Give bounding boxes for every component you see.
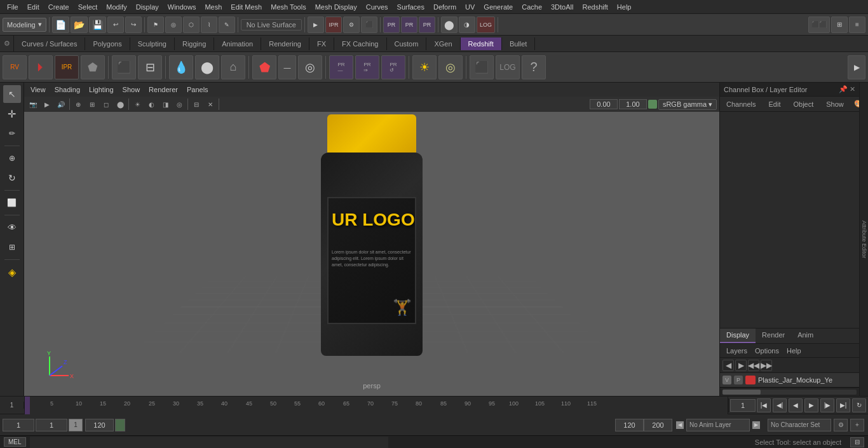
vp-wireframe-icon[interactable]: ⊟ bbox=[190, 98, 203, 110]
shelf-rs-help[interactable]: ? bbox=[522, 55, 546, 79]
menu-deform[interactable]: Deform bbox=[429, 2, 461, 12]
gamma-input[interactable] bbox=[619, 99, 647, 109]
max-frame-input[interactable] bbox=[644, 419, 672, 431]
render-sequence[interactable]: ⬛ bbox=[361, 17, 377, 33]
options-menu[interactable]: Options bbox=[752, 346, 782, 356]
vp-menu-view[interactable]: View bbox=[27, 85, 50, 95]
layer-back-btn[interactable]: ◀ bbox=[722, 360, 734, 371]
anim-layer-dropdown[interactable]: No Anim Layer bbox=[686, 419, 750, 431]
shelf-ipr[interactable]: IPR bbox=[55, 55, 79, 79]
script-mode-button[interactable]: MEL bbox=[4, 437, 26, 447]
skip-to-end-button[interactable]: ▶| bbox=[836, 398, 850, 412]
menu-surfaces[interactable]: Surfaces bbox=[393, 2, 429, 12]
anim-layer-arrow-left[interactable]: ◀ bbox=[676, 421, 684, 429]
current-frame-input[interactable] bbox=[730, 399, 756, 412]
vp-snap-icon[interactable]: ⊕ bbox=[72, 98, 85, 110]
current-frame-display[interactable] bbox=[36, 419, 67, 431]
tab-animation[interactable]: Animation bbox=[214, 37, 261, 50]
hscroll-thumb[interactable] bbox=[722, 390, 761, 395]
character-set-dropdown[interactable]: No Character Set bbox=[768, 419, 831, 431]
tab-fx[interactable]: FX bbox=[309, 37, 334, 50]
menu-select[interactable]: Select bbox=[74, 2, 102, 12]
layer-tab-anim[interactable]: Anim bbox=[791, 329, 820, 343]
tab-curves-surfaces[interactable]: Curves / Surfaces bbox=[14, 37, 85, 50]
menu-generate[interactable]: Generate bbox=[479, 2, 517, 12]
rotate-button[interactable]: ↻ bbox=[3, 169, 21, 187]
menu-redshift[interactable]: Redshift bbox=[578, 2, 612, 12]
character-set-settings[interactable]: ⚙ bbox=[834, 419, 848, 431]
rs-icon2[interactable]: ◑ bbox=[459, 17, 475, 33]
vp-x-icon[interactable]: ✕ bbox=[204, 98, 217, 110]
vp-shadow-icon[interactable]: ◐ bbox=[145, 98, 158, 110]
tab-bullet[interactable]: Bullet bbox=[502, 37, 536, 50]
save-scene-button[interactable]: 💾 bbox=[89, 17, 106, 33]
layer-visibility[interactable]: V bbox=[722, 376, 731, 384]
menu-edit[interactable]: Edit bbox=[23, 2, 44, 12]
command-input[interactable] bbox=[30, 437, 389, 448]
anim-layer-arrow-right[interactable]: ▶ bbox=[752, 421, 760, 429]
mode-dropdown[interactable]: Modeling ▾ bbox=[3, 18, 46, 32]
vp-menu-panels[interactable]: Panels bbox=[183, 85, 212, 95]
play-back-button[interactable]: ◀ bbox=[789, 398, 803, 412]
quick-rig-button[interactable]: ◈ bbox=[3, 263, 21, 281]
vp-dof-icon[interactable]: ◎ bbox=[173, 98, 186, 110]
close-icon[interactable]: ✕ bbox=[850, 85, 855, 93]
start-frame-input[interactable] bbox=[3, 419, 34, 431]
new-scene-button[interactable]: 📄 bbox=[52, 17, 69, 33]
render-settings-button[interactable]: ⚙ bbox=[343, 17, 360, 33]
vp-texture-icon[interactable]: ◨ bbox=[159, 98, 172, 110]
select-by-hierarchy[interactable]: ⚑ bbox=[147, 17, 164, 33]
play-forward-button[interactable]: ▶ bbox=[804, 398, 818, 412]
shelf-rs-mat2[interactable]: LOG bbox=[496, 55, 520, 79]
shelf-drop[interactable]: 💧 bbox=[169, 55, 193, 79]
help-menu[interactable]: Help bbox=[784, 346, 804, 356]
pr3-button[interactable]: PR bbox=[419, 17, 435, 33]
character-set-add[interactable]: + bbox=[850, 419, 864, 431]
shelf-rs3[interactable]: — bbox=[278, 55, 296, 79]
step-back-button[interactable]: ◀| bbox=[773, 398, 787, 412]
viewport[interactable]: View Shading Lighting Show Renderer Pane… bbox=[24, 83, 719, 396]
live-surface-button[interactable]: No Live Surface bbox=[241, 19, 302, 31]
tab-channels[interactable]: Channels bbox=[720, 98, 762, 111]
menu-mesh-display[interactable]: Mesh Display bbox=[311, 2, 362, 12]
paint-select[interactable]: ✎ bbox=[219, 17, 235, 33]
rs-icon1[interactable]: ⬤ bbox=[441, 17, 458, 33]
vp-display-icon[interactable]: ◻ bbox=[100, 98, 112, 110]
tab-object[interactable]: Object bbox=[787, 98, 820, 111]
layer-pickable[interactable]: P bbox=[734, 376, 743, 384]
marquee-button[interactable]: ⬜ bbox=[3, 194, 21, 212]
menu-mesh-tools[interactable]: Mesh Tools bbox=[266, 2, 310, 12]
playback-end-input[interactable] bbox=[615, 419, 644, 431]
gamma-dropdown[interactable]: sRGB gamma ▾ bbox=[658, 99, 717, 110]
render-view-button[interactable]: ▶ bbox=[308, 17, 324, 33]
shelf-cube[interactable]: ⬛ bbox=[112, 55, 136, 79]
shelf-rs2[interactable]: ⬟ bbox=[252, 55, 276, 79]
layer-back2-btn[interactable]: ◀◀ bbox=[748, 360, 759, 371]
timeline-ruler[interactable]: 5 10 15 20 25 30 35 40 45 50 55 60 65 70… bbox=[24, 397, 728, 414]
layer-tab-display[interactable]: Display bbox=[720, 329, 756, 343]
frame-slider-thumb[interactable]: 1 bbox=[69, 419, 83, 431]
vp-camera-icon[interactable]: 📷 bbox=[27, 98, 39, 110]
ui-elements-button[interactable]: ≡ bbox=[849, 17, 865, 33]
vp-menu-renderer[interactable]: Renderer bbox=[145, 85, 182, 95]
bottle-3d-object[interactable]: UR LOGO Lorem ipsum dolor sit amet, cons… bbox=[308, 114, 435, 356]
shelf-rs-light1[interactable]: ☀ bbox=[412, 55, 437, 79]
tab-xgen[interactable]: XGen bbox=[426, 37, 460, 50]
menu-uv[interactable]: UV bbox=[461, 2, 479, 12]
menu-3dtoa[interactable]: 3DtoAll bbox=[546, 2, 578, 12]
shelf-right-arrow[interactable]: ▶ bbox=[848, 55, 865, 79]
paint-brush-button[interactable]: ✏ bbox=[3, 125, 21, 142]
menu-help[interactable]: Help bbox=[613, 2, 636, 12]
tab-settings-gear[interactable]: ⚙ bbox=[0, 36, 14, 52]
shelf-rs4[interactable]: ◎ bbox=[298, 55, 322, 79]
pr2-button[interactable]: PR bbox=[401, 17, 417, 33]
loop-button[interactable]: ↻ bbox=[852, 398, 866, 412]
tab-fx-caching[interactable]: FX Caching bbox=[334, 37, 386, 50]
tab-rigging[interactable]: Rigging bbox=[175, 37, 214, 50]
script-editor-button[interactable]: ⊟ bbox=[850, 437, 864, 447]
show-hide-button[interactable]: 👁 bbox=[3, 219, 21, 236]
tab-sculpting[interactable]: Sculpting bbox=[130, 37, 175, 50]
move-tool-button[interactable]: ✛ bbox=[3, 105, 21, 123]
select-by-component[interactable]: ⬡ bbox=[183, 17, 200, 33]
vp-video-icon[interactable]: ▶ bbox=[41, 98, 53, 110]
